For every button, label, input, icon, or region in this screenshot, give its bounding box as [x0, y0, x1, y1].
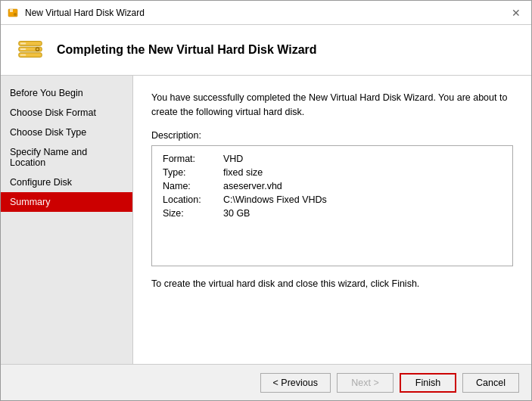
description-row: Location:C:\Windows Fixed VHDs	[163, 194, 502, 205]
description-row: Type:fixed size	[163, 167, 502, 178]
desc-row-value: VHD	[223, 154, 243, 164]
wizard-window: New Virtual Hard Disk Wizard ✕ Completin…	[0, 0, 532, 401]
desc-row-label: Location:	[163, 194, 223, 205]
description-box: Format:VHDType:fixed sizeName:aseserver.…	[151, 145, 513, 266]
sidebar-item-choose-disk-type[interactable]: Choose Disk Type	[1, 123, 132, 142]
description-row: Format:VHD	[163, 154, 502, 164]
sidebar-item-choose-disk-format[interactable]: Choose Disk Format	[1, 103, 132, 123]
desc-row-value: aseserver.vhd	[223, 181, 282, 191]
wizard-content: Before You BeginChoose Disk FormatChoose…	[1, 76, 531, 364]
sidebar-item-specify-name-location[interactable]: Specify Name and Location	[1, 142, 132, 173]
sidebar-item-summary[interactable]: Summary	[1, 192, 132, 212]
desc-row-label: Size:	[163, 208, 223, 219]
wizard-footer: < Previous Next > Finish Cancel	[1, 364, 531, 400]
sidebar: Before You BeginChoose Disk FormatChoose…	[1, 76, 133, 364]
wizard-header: Completing the New Virtual Hard Disk Wiz…	[1, 25, 531, 76]
svg-rect-7	[20, 48, 26, 50]
svg-point-10	[36, 48, 39, 51]
next-button[interactable]: Next >	[337, 373, 394, 393]
close-button[interactable]: ✕	[507, 4, 525, 22]
title-bar-left: New Virtual Hard Disk Wizard	[7, 7, 145, 19]
title-bar-text: New Virtual Hard Disk Wizard	[25, 8, 145, 18]
title-bar: New Virtual Hard Disk Wizard ✕	[1, 1, 531, 25]
svg-point-2	[14, 13, 17, 16]
sidebar-item-before-you-begin[interactable]: Before You Begin	[1, 83, 132, 103]
desc-row-value: fixed size	[223, 167, 263, 178]
previous-button[interactable]: < Previous	[260, 373, 331, 393]
wizard-title-icon	[7, 7, 19, 19]
description-label: Description:	[151, 130, 513, 141]
desc-row-label: Format:	[163, 154, 223, 164]
wizard-header-title: Completing the New Virtual Hard Disk Wiz…	[57, 43, 317, 57]
header-icon	[16, 36, 45, 64]
svg-rect-1	[10, 9, 13, 12]
main-panel: You have successfully completed the New …	[133, 76, 531, 364]
desc-row-value: C:\Windows Fixed VHDs	[223, 194, 327, 205]
description-row: Size:30 GB	[163, 208, 502, 219]
desc-row-value: 30 GB	[223, 208, 250, 219]
desc-row-label: Name:	[163, 181, 223, 191]
svg-rect-8	[20, 54, 26, 56]
cancel-button[interactable]: Cancel	[462, 373, 519, 393]
svg-rect-6	[20, 43, 26, 45]
description-row: Name:aseserver.vhd	[163, 181, 502, 191]
desc-row-label: Type:	[163, 167, 223, 178]
intro-text: You have successfully completed the New …	[151, 91, 513, 120]
sidebar-item-configure-disk[interactable]: Configure Disk	[1, 173, 132, 192]
finish-note: To create the virtual hard disk and clos…	[151, 278, 513, 289]
finish-button[interactable]: Finish	[400, 373, 456, 393]
